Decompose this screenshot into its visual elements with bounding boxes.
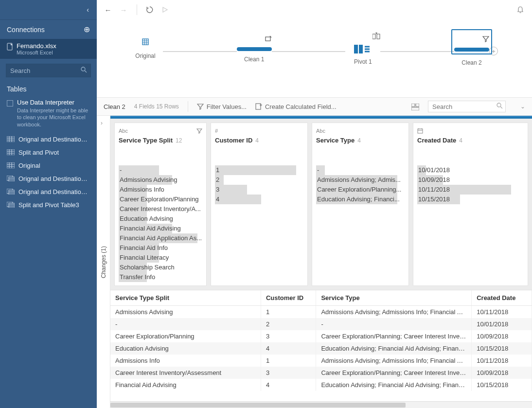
refresh-button[interactable]	[146, 6, 155, 14]
flow-node-clean-1[interactable]: Clean 1	[240, 33, 269, 63]
svg-rect-41	[256, 104, 261, 109]
profile-card[interactable]: AbcService Type Split12-Admissions Advis…	[114, 123, 207, 286]
search-icon	[497, 103, 503, 109]
forward-button[interactable]: →	[119, 6, 128, 14]
table-cell: Education Advising; Financial Aid Advisi…	[316, 379, 472, 391]
create-calc-field-button[interactable]: Create Calculated Field...	[255, 103, 337, 110]
svg-rect-40	[359, 45, 363, 53]
profile-value[interactable]: Admissions Advising; Admis...	[316, 175, 405, 185]
svg-rect-36	[266, 37, 270, 41]
table-row[interactable]: Career Exploration/Planning3Career Explo…	[110, 330, 532, 342]
table-cell: 10/11/2018	[472, 355, 532, 367]
flow-node-original[interactable]: Original	[131, 36, 160, 59]
notifications-button[interactable]	[516, 6, 525, 14]
profile-value[interactable]: Scholarship Search	[119, 263, 202, 272]
table-item[interactable]: Split and Pivot Table3	[0, 198, 97, 212]
profile-value[interactable]: 10/15/2018	[417, 195, 524, 204]
profile-value[interactable]: Education Advising; Financi...	[316, 195, 405, 204]
file-icon	[7, 43, 14, 51]
changes-pane-collapsed[interactable]: › Changes (1)	[97, 116, 110, 408]
table-item[interactable]: Original	[0, 159, 97, 172]
step-name[interactable]: Clean 2	[104, 103, 125, 110]
profile-value[interactable]: Financial Aid Advising	[119, 224, 202, 233]
table-cell: Career Interest Inventory/Assessment	[110, 367, 261, 379]
sidebar-search-input[interactable]	[6, 64, 91, 77]
profile-search-input[interactable]	[428, 101, 506, 112]
flow-node-clean-2[interactable]: Clean 2	[457, 29, 486, 66]
profile-value[interactable]: -	[316, 165, 405, 175]
svg-rect-27	[9, 203, 15, 208]
profile-value[interactable]: Financial Aid Info	[119, 243, 202, 253]
field-name[interactable]: Service Type4	[316, 137, 405, 144]
profile-value[interactable]: Career Exploration/Planning	[119, 195, 202, 204]
run-button[interactable]	[161, 6, 170, 13]
profile-value[interactable]: 3	[215, 185, 303, 195]
profile-value[interactable]: -	[119, 165, 202, 175]
table-cell: -	[316, 318, 472, 330]
flow-node-pivot-1[interactable]: Pivot 1	[348, 30, 377, 65]
table-cell: 1	[261, 355, 316, 367]
table-item[interactable]: Orignal and Destination ...	[0, 172, 97, 185]
profile-value[interactable]: Admissions Advising	[119, 175, 202, 185]
profile-card[interactable]: #Customer ID41234	[211, 123, 308, 286]
table-icon	[7, 176, 15, 181]
column-header[interactable]: Created Date	[472, 290, 532, 306]
profile-value[interactable]: 10/09/2018	[417, 175, 524, 185]
table-row[interactable]: Financial Aid Advising4Education Advisin…	[110, 379, 532, 391]
table-item[interactable]: Split and Pivot	[0, 146, 97, 159]
column-header[interactable]: Customer ID	[261, 290, 316, 306]
profile-card[interactable]: AbcService Type4-Admissions Advising; Ad…	[312, 123, 409, 286]
profile-card[interactable]: Created Date410/01/201810/09/201810/11/2…	[413, 123, 528, 286]
profile-value[interactable]: Admissions Info	[119, 185, 202, 195]
expand-toggle[interactable]: ⌄	[520, 103, 525, 110]
horizontal-scrollbar[interactable]	[110, 401, 532, 408]
table-row[interactable]: Admissions Advising1Admissions Advising;…	[110, 306, 532, 319]
flow-canvas[interactable]: OriginalClean 1Pivot 1Clean 2+	[97, 19, 532, 97]
profile-value[interactable]: Career Exploration/Planning...	[316, 185, 405, 195]
back-button[interactable]: ←	[104, 6, 112, 14]
profile-value[interactable]: 1	[215, 165, 303, 175]
profile-value[interactable]: Career Interest Inventory/A...	[119, 204, 202, 214]
profile-value[interactable]: 4	[215, 195, 303, 204]
field-name[interactable]: Customer ID4	[215, 137, 303, 144]
profile-value[interactable]: Transfer Info	[119, 272, 202, 282]
table-icon	[7, 162, 15, 168]
checkbox-icon[interactable]	[7, 100, 13, 106]
profile-value[interactable]: 2	[215, 175, 303, 185]
sidebar-collapse[interactable]: ‹	[0, 0, 97, 19]
profile-value[interactable]: Financial Aid Application As...	[119, 233, 202, 243]
table-cell: Admissions Advising	[110, 306, 261, 319]
field-type-icon: Abc	[119, 128, 128, 134]
table-row[interactable]: Admissions Info1Admissions Advising; Adm…	[110, 355, 532, 367]
pivot-config-icon	[372, 33, 380, 39]
data-interpreter-option[interactable]: Use Data Interpreter Data Interpreter mi…	[0, 96, 97, 133]
calc-icon	[255, 103, 262, 110]
connections-label: Connections	[7, 26, 45, 34]
field-type-icon: Abc	[316, 128, 325, 134]
profile-value[interactable]: Education Advising	[119, 214, 202, 224]
field-name[interactable]: Created Date4	[417, 137, 524, 144]
profile-value[interactable]: Financial Literacy	[119, 253, 202, 263]
table-cell: 4	[261, 379, 316, 391]
sidebar: ‹ Connections ⊕ Fernando.xlsx Microsoft …	[0, 0, 97, 408]
table-row[interactable]: Career Interest Inventory/Assessment3Car…	[110, 367, 532, 379]
column-header[interactable]: Service Type Split	[110, 290, 261, 306]
search-icon	[81, 67, 87, 73]
add-connection-button[interactable]: ⊕	[84, 25, 90, 34]
table-cell: Financial Aid Advising	[110, 379, 261, 391]
profile-value[interactable]: 10/01/2018	[417, 165, 524, 175]
pivot-step-icon	[354, 45, 372, 53]
filter-values-button[interactable]: Filter Values...	[197, 103, 247, 110]
table-row[interactable]: Education Advising4Education Advising; F…	[110, 342, 532, 355]
connection-type: Microsoft Excel	[17, 50, 90, 55]
column-header[interactable]: Service Type	[316, 290, 472, 306]
table-cell: 10/11/2018	[472, 306, 532, 319]
table-item[interactable]: Orignal and Destination ...	[0, 185, 97, 198]
svg-rect-39	[354, 45, 358, 53]
table-item[interactable]: Orignal and Destination ...	[0, 133, 97, 146]
connection-item[interactable]: Fernando.xlsx Microsoft Excel	[0, 39, 97, 59]
layout-toggle-button[interactable]	[411, 104, 419, 110]
field-name[interactable]: Service Type Split12	[119, 137, 202, 144]
table-row[interactable]: -2-10/01/2018	[110, 318, 532, 330]
profile-value[interactable]: 10/11/2018	[417, 185, 524, 195]
